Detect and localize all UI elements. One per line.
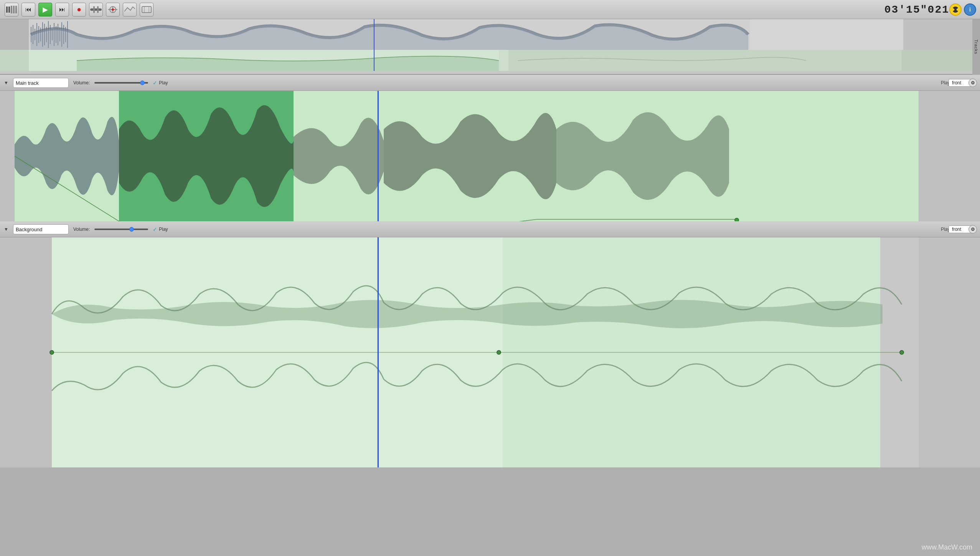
svg-point-11: [112, 8, 114, 11]
toolbar: ⏮ ▶ ⏭ ● 03'15"021 i: [0, 0, 980, 19]
bg-envelope-point-1[interactable]: [49, 350, 54, 355]
svg-rect-1: [8, 7, 10, 13]
rewind-button[interactable]: ⏮: [21, 3, 35, 16]
background-track-play-checkbox[interactable]: ✓ Play: [153, 226, 168, 232]
svg-rect-0: [6, 7, 8, 13]
background-track-waveform: [0, 237, 980, 467]
bg-track-waveform-svg: [0, 237, 980, 467]
overview-left-gray: [0, 19, 29, 50]
time-display: 03'15"021: [884, 3, 949, 15]
background-track-name-input[interactable]: [13, 224, 69, 234]
envelope-point-2[interactable]: [734, 218, 739, 221]
bg-envelope-point-3[interactable]: [899, 350, 904, 355]
overview-bottom-svg: [0, 50, 980, 71]
overview-section: Tracks: [0, 19, 980, 75]
svg-rect-12: [142, 7, 151, 13]
record-button[interactable]: ●: [72, 3, 86, 16]
main-track-waveform: [0, 91, 980, 221]
background-track-header: ▼ Volume: ✓ Play Playback: front ▼ ⚙: [0, 221, 980, 237]
tracks-label-vertical: Tracks: [972, 19, 980, 75]
main-track-section: ▼ Volume: ✓ Play Playback: front ▼ ⚙: [0, 75, 980, 221]
background-track-settings-gear[interactable]: ⚙: [968, 225, 977, 234]
main-track-header: ▼ Volume: ✓ Play Playback: front ▼ ⚙: [0, 75, 980, 91]
background-track-volume-label: Volume:: [73, 227, 90, 232]
tool4-button[interactable]: [140, 3, 153, 16]
main-track-volume-slider[interactable]: [94, 82, 148, 84]
main-track-playhead: [378, 91, 379, 221]
transport-icon-btn[interactable]: [5, 3, 18, 16]
bg-envelope-point-2[interactable]: [497, 350, 501, 355]
main-track-arrow[interactable]: ▼: [4, 80, 8, 86]
background-track-arrow[interactable]: ▼: [4, 227, 8, 232]
main-track-settings-gear[interactable]: ⚙: [968, 79, 977, 87]
svg-rect-5: [90, 8, 102, 11]
radiation-icon[interactable]: [949, 3, 962, 16]
svg-rect-7: [97, 6, 99, 13]
fast-forward-button[interactable]: ⏭: [55, 3, 69, 16]
watermark: www.MacW.com: [922, 543, 972, 551]
overview-waveform-bottom: [0, 50, 980, 71]
overview-right-gray: [903, 19, 980, 50]
main-track-name-input[interactable]: [13, 78, 69, 88]
svg-rect-6: [93, 6, 95, 13]
svg-rect-4: [15, 6, 17, 13]
info-icon[interactable]: i: [964, 3, 976, 16]
tool3-button[interactable]: [123, 3, 137, 16]
main-track-waveform-svg: [0, 91, 980, 221]
play-button[interactable]: ▶: [38, 3, 52, 16]
overview-waveform-svg: [0, 19, 980, 50]
background-track-section: ▼ Volume: ✓ Play Playback: front ▼ ⚙: [0, 221, 980, 467]
bg-track-playhead: [378, 237, 379, 467]
overview-waveform-top: [0, 19, 980, 50]
toolbar-right-icons: i: [949, 3, 976, 16]
tool2-button[interactable]: [106, 3, 120, 16]
tool1-button[interactable]: [89, 3, 103, 16]
svg-rect-3: [13, 6, 15, 13]
svg-rect-2: [11, 6, 12, 13]
background-track-volume-slider[interactable]: [94, 229, 148, 230]
main-track-volume-label: Volume:: [73, 80, 90, 86]
svg-rect-42: [902, 50, 980, 71]
main-track-play-checkbox[interactable]: ✓ Play: [153, 80, 168, 86]
